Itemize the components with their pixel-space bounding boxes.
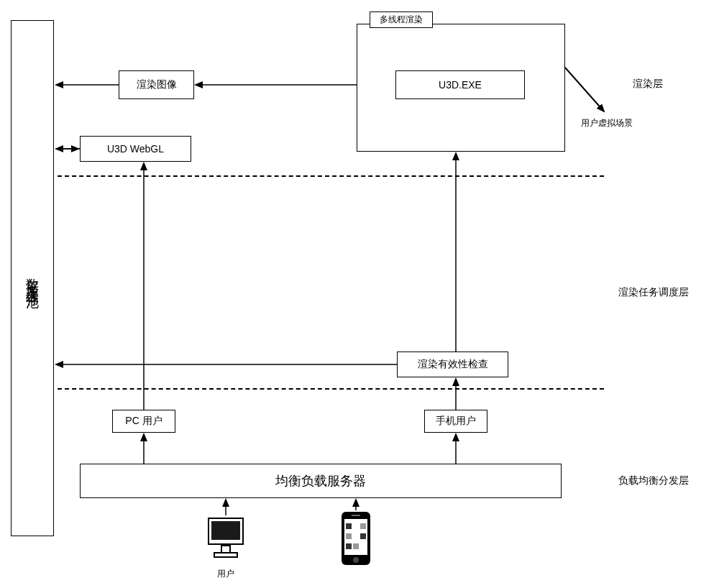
svg-rect-8 [346,523,352,529]
dashed-separator-2 [58,388,604,390]
svg-point-6 [353,557,359,563]
svg-rect-7 [352,515,360,516]
dist-layer-label: 负载均衡分发层 [618,474,689,487]
mobile-user-label: 手机用户 [436,415,476,428]
task-layer-label: 渲染任务调度层 [618,286,689,299]
svg-rect-1 [211,521,240,540]
render-image-label: 渲染图像 [137,78,177,91]
pc-user-box: PC 用户 [112,410,175,433]
render-validity-check-label: 渲染有效性检查 [418,358,488,371]
u3d-webgl-label: U3D WebGL [107,143,164,155]
user-label: 用户 [217,568,234,580]
load-balance-server-box: 均衡负载服务器 [80,464,562,498]
pc-monitor-icon [204,515,247,564]
u3d-exe-box: U3D.EXE [395,70,525,99]
svg-rect-12 [346,543,352,549]
render-image-box: 渲染图像 [119,70,194,99]
pc-user-label: PC 用户 [125,415,162,428]
svg-line-16 [565,68,604,111]
dashed-separator-1 [58,175,604,177]
svg-rect-9 [360,523,366,529]
render-layer-label: 渲染层 [633,78,663,91]
multithread-render-tab-label: 多线程渲染 [380,14,423,26]
svg-rect-11 [360,533,366,539]
mobile-phone-icon [340,510,372,569]
u3d-exe-label: U3D.EXE [439,79,482,91]
svg-rect-2 [221,546,230,553]
mobile-user-box: 手机用户 [424,410,487,433]
multithread-render-tab: 多线程渲染 [370,12,433,28]
user-virtual-scene-label: 用户虚拟场景 [581,117,633,129]
database-cache-pool-label: 数据库及缓存池 [21,268,44,288]
u3d-webgl-box: U3D WebGL [80,136,191,162]
load-balance-server-label: 均衡负载服务器 [275,472,366,490]
render-validity-check-box: 渲染有效性检查 [397,352,508,377]
svg-rect-10 [346,533,352,539]
database-cache-pool-box: 数据库及缓存池 [11,20,54,536]
svg-rect-3 [214,553,237,557]
svg-rect-13 [353,543,359,549]
